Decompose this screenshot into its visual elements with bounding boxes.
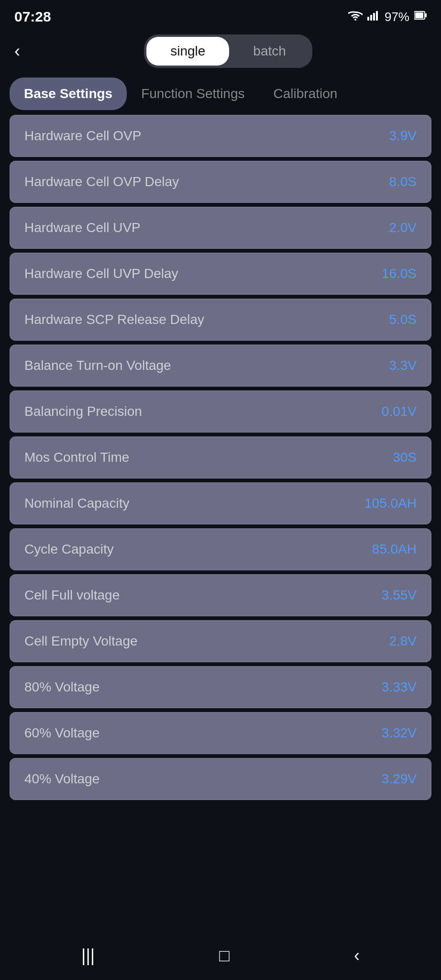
- settings-value: 2.0V: [389, 220, 417, 235]
- settings-label: 80% Voltage: [24, 679, 99, 695]
- settings-label: Hardware SCP Release Delay: [24, 312, 204, 327]
- settings-value: 16.0S: [382, 266, 417, 281]
- back-button[interactable]: ‹: [14, 43, 20, 60]
- back-nav-icon[interactable]: ‹: [354, 946, 360, 966]
- settings-label: Hardware Cell UVP Delay: [24, 266, 178, 281]
- settings-label: Hardware Cell OVP: [24, 128, 141, 144]
- settings-row[interactable]: 40% Voltage3.29V: [10, 758, 431, 800]
- settings-label: Hardware Cell UVP: [24, 220, 141, 235]
- settings-row[interactable]: Balancing Precision0.01V: [10, 390, 431, 433]
- settings-row[interactable]: 60% Voltage3.32V: [10, 712, 431, 754]
- tab-calibration[interactable]: Calibration: [259, 78, 352, 110]
- settings-value: 0.01V: [382, 404, 417, 419]
- status-time: 07:28: [14, 9, 51, 25]
- bottom-nav: ||| □ ‹: [0, 936, 441, 980]
- tab-bar: Base Settings Function Settings Calibrat…: [0, 73, 441, 110]
- settings-label: Hardware Cell OVP Delay: [24, 174, 179, 189]
- settings-row[interactable]: Cell Full voltage3.55V: [10, 574, 431, 616]
- wifi-icon: [348, 10, 363, 23]
- settings-label: Nominal Capacity: [24, 496, 129, 511]
- settings-row[interactable]: 80% Voltage3.33V: [10, 666, 431, 708]
- settings-value: 85.0AH: [372, 542, 417, 557]
- settings-label: Cell Empty Voltage: [24, 634, 138, 649]
- settings-value: 3.3V: [389, 358, 417, 373]
- settings-value: 105.0AH: [364, 496, 417, 511]
- settings-label: Mos Control Time: [24, 450, 129, 465]
- settings-value: 3.29V: [382, 771, 417, 787]
- settings-row[interactable]: Hardware Cell UVP2.0V: [10, 207, 431, 249]
- battery-percentage: 97%: [385, 10, 409, 24]
- toggle-single[interactable]: single: [146, 37, 229, 66]
- toggle-container: single batch: [144, 34, 312, 68]
- settings-value: 3.55V: [382, 588, 417, 603]
- settings-label: 40% Voltage: [24, 771, 99, 787]
- top-nav: ‹ single batch: [0, 30, 441, 73]
- toggle-batch[interactable]: batch: [229, 37, 310, 66]
- battery-icon: [414, 10, 427, 23]
- svg-rect-6: [415, 12, 423, 18]
- svg-rect-3: [376, 11, 378, 21]
- svg-rect-5: [425, 13, 427, 17]
- settings-label: Cell Full voltage: [24, 588, 120, 603]
- settings-value: 5.0S: [389, 312, 417, 327]
- settings-row[interactable]: Hardware Cell UVP Delay16.0S: [10, 253, 431, 295]
- settings-row[interactable]: Nominal Capacity105.0AH: [10, 482, 431, 524]
- settings-row[interactable]: Cell Empty Voltage2.8V: [10, 620, 431, 662]
- settings-row[interactable]: Cycle Capacity85.0AH: [10, 528, 431, 570]
- settings-row[interactable]: Hardware Cell OVP3.9V: [10, 115, 431, 157]
- svg-rect-2: [373, 13, 375, 21]
- signal-icon: [367, 10, 380, 23]
- status-icons: 97%: [348, 10, 427, 24]
- settings-value: 8.0S: [389, 174, 417, 189]
- settings-row[interactable]: Balance Turn-on Voltage3.3V: [10, 345, 431, 387]
- settings-value: 3.9V: [389, 128, 417, 144]
- settings-row[interactable]: Mos Control Time30S: [10, 436, 431, 479]
- settings-label: Balance Turn-on Voltage: [24, 358, 171, 373]
- tab-function-settings[interactable]: Function Settings: [127, 78, 259, 110]
- settings-row[interactable]: Hardware Cell OVP Delay8.0S: [10, 161, 431, 203]
- svg-rect-0: [367, 17, 369, 21]
- settings-value: 3.33V: [382, 679, 417, 695]
- settings-row[interactable]: Hardware SCP Release Delay5.0S: [10, 299, 431, 341]
- home-icon[interactable]: □: [219, 946, 230, 966]
- settings-label: 60% Voltage: [24, 725, 99, 741]
- tab-base-settings[interactable]: Base Settings: [10, 78, 127, 110]
- settings-value: 30S: [393, 450, 417, 465]
- settings-list: Hardware Cell OVP3.9VHardware Cell OVP D…: [0, 110, 441, 805]
- settings-value: 2.8V: [389, 634, 417, 649]
- settings-label: Cycle Capacity: [24, 542, 114, 557]
- menu-icon[interactable]: |||: [81, 946, 95, 966]
- settings-value: 3.32V: [382, 725, 417, 741]
- svg-rect-1: [370, 15, 372, 21]
- status-bar: 07:28 97%: [0, 0, 441, 30]
- settings-label: Balancing Precision: [24, 404, 142, 419]
